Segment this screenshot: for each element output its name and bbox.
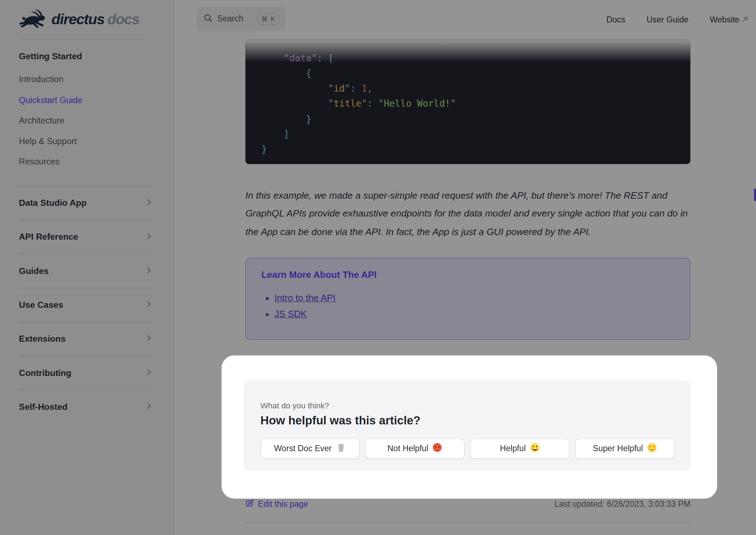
feedback-buttons: Worst Doc Ever [261, 438, 675, 459]
feedback-card: What do you think? How helpful was this … [244, 381, 691, 471]
grinning-face-emoji-icon [530, 443, 540, 455]
feedback-title: How helpful was this article? [261, 414, 675, 427]
star-struck-emoji-icon [647, 443, 657, 455]
button-label: Super Helpful [593, 444, 643, 453]
feedback-kicker: What do you think? [261, 401, 675, 410]
page: directusdocs Getting Started Introductio… [0, 0, 756, 535]
angry-face-emoji-icon [433, 443, 442, 455]
feedback-spotlight: What do you think? How helpful was this … [222, 355, 717, 499]
button-label: Not Helpful [387, 444, 428, 453]
button-label: Worst Doc Ever [274, 444, 332, 453]
super-helpful-button[interactable]: Super Helpful [575, 438, 674, 459]
wastebasket-emoji-icon [336, 443, 346, 455]
button-label: Helpful [500, 444, 526, 453]
helpful-button[interactable]: Helpful [470, 438, 569, 459]
worst-doc-ever-button[interactable]: Worst Doc Ever [261, 438, 359, 459]
not-helpful-button[interactable]: Not Helpful [366, 438, 464, 459]
